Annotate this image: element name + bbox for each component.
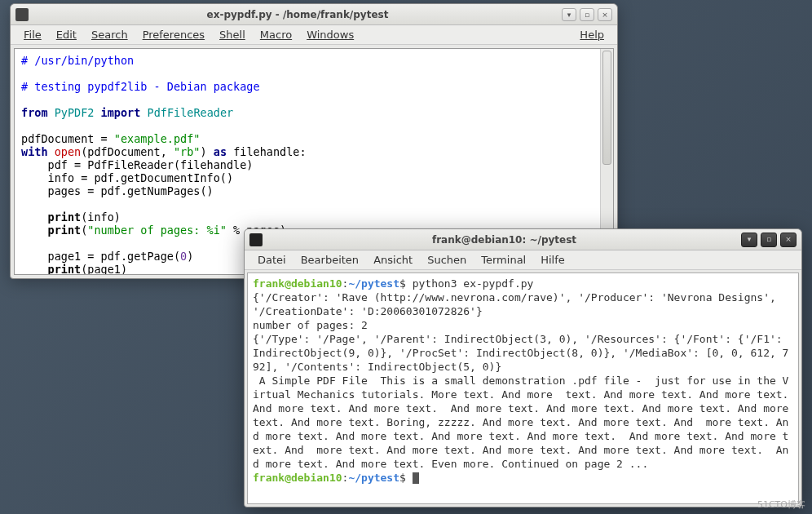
code-text: pdf = PdfFileReader(filehandle) <box>21 158 253 171</box>
editor-title: ex-pypdf.py - /home/frank/pytest <box>33 9 562 20</box>
module-name: PyPDF2 <box>55 106 95 119</box>
code-text: (pdfDocument, <box>81 145 174 158</box>
close-button[interactable]: × <box>598 8 612 21</box>
terminal-body[interactable]: frank@debian10:~/pytest$ python3 ex-pypd… <box>247 273 799 504</box>
kw-with: with <box>21 145 48 158</box>
menu-help[interactable]: Help <box>573 27 611 42</box>
terminal-output: A Simple PDF File This is a small demons… <box>253 374 799 470</box>
editor-menubar: File Edit Search Preferences Shell Macro… <box>11 25 617 45</box>
app-icon <box>15 8 29 21</box>
prompt-end: $ <box>399 472 413 484</box>
code-text: (page1) <box>81 263 127 275</box>
menu-edit[interactable]: Edit <box>50 27 83 42</box>
menu-windows[interactable]: Windows <box>300 27 360 42</box>
prompt-end: $ <box>399 277 413 290</box>
close-button[interactable]: × <box>780 233 797 247</box>
scrollbar-thumb[interactable] <box>602 51 611 165</box>
terminal-menubar: Datei Bearbeiten Ansicht Suchen Terminal… <box>245 250 801 270</box>
terminal-window-controls: ▾ ▫ × <box>741 233 797 247</box>
code-text: page1 = pdf.getPage( <box>21 250 180 263</box>
kw-print: print <box>48 210 82 224</box>
code-comment: # /usr/bin/python <box>21 54 134 67</box>
prompt-path: ~/pytest <box>348 277 399 290</box>
string-literal: "number of pages: %i" <box>87 224 227 237</box>
code-text: filehandle: <box>227 145 307 158</box>
menu-file[interactable]: File <box>17 27 48 42</box>
code-text: info = pdf.getDocumentInfo() <box>21 171 233 184</box>
editor-titlebar[interactable]: ex-pypdf.py - /home/frank/pytest ▾ ▫ × <box>11 4 617 25</box>
menu-datei[interactable]: Datei <box>251 252 293 268</box>
menu-hilfe[interactable]: Hilfe <box>534 252 571 268</box>
terminal-icon <box>249 233 263 246</box>
import-symbol: PdfFileReader <box>148 106 234 119</box>
minimize-button[interactable]: ▾ <box>562 8 576 21</box>
prompt-path: ~/pytest <box>348 472 399 484</box>
builtin-open: open <box>55 145 82 158</box>
terminal-output: {'/Type': '/Page', '/Parent': IndirectOb… <box>253 333 788 373</box>
menu-suchen[interactable]: Suchen <box>421 252 473 268</box>
menu-search[interactable]: Search <box>85 27 135 42</box>
maximize-button[interactable]: ▫ <box>761 233 777 247</box>
number-literal: 0 <box>180 250 187 263</box>
terminal-output: {'/Creator': 'Rave (http://www.nevrona.c… <box>253 291 783 317</box>
string-literal: "example.pdf" <box>114 132 201 145</box>
minimize-button[interactable]: ▾ <box>741 233 757 247</box>
menu-preferences[interactable]: Preferences <box>136 27 211 42</box>
maximize-button[interactable]: ▫ <box>580 8 594 21</box>
cursor-icon <box>413 472 419 484</box>
kw-print: print <box>48 224 82 237</box>
terminal-window: frank@debian10: ~/pytest ▾ ▫ × Datei Bea… <box>244 228 802 507</box>
menu-bearbeiten[interactable]: Bearbeiten <box>294 252 365 268</box>
code-text: ) <box>200 145 206 158</box>
kw-as: as <box>214 145 227 158</box>
terminal-command: python3 ex-pypdf.py <box>413 277 534 290</box>
code-text: pdfDocument = <box>21 132 114 145</box>
menu-macro[interactable]: Macro <box>254 27 298 42</box>
string-literal: "rb" <box>174 145 201 158</box>
code-text: ) <box>187 250 193 263</box>
kw-import: import <box>101 106 141 119</box>
prompt-user: frank@debian10 <box>253 472 342 484</box>
terminal-output: number of pages: 2 <box>253 319 368 331</box>
kw-print: print <box>48 263 82 275</box>
menu-terminal[interactable]: Terminal <box>474 252 532 268</box>
code-comment: # testing pypdf2lib - Debian package <box>21 80 260 93</box>
code-text: pages = pdf.getNumPages() <box>21 184 214 197</box>
code-text: (info) <box>81 210 121 224</box>
terminal-title: frank@debian10: ~/pytest <box>267 234 741 246</box>
watermark: 51CTO博客 <box>757 498 805 511</box>
menu-shell[interactable]: Shell <box>213 27 252 42</box>
prompt-user: frank@debian10 <box>253 277 342 290</box>
kw-from: from <box>21 106 48 119</box>
editor-window-controls: ▾ ▫ × <box>562 8 612 21</box>
terminal-titlebar[interactable]: frank@debian10: ~/pytest ▾ ▫ × <box>245 229 801 250</box>
menu-ansicht[interactable]: Ansicht <box>367 252 419 268</box>
